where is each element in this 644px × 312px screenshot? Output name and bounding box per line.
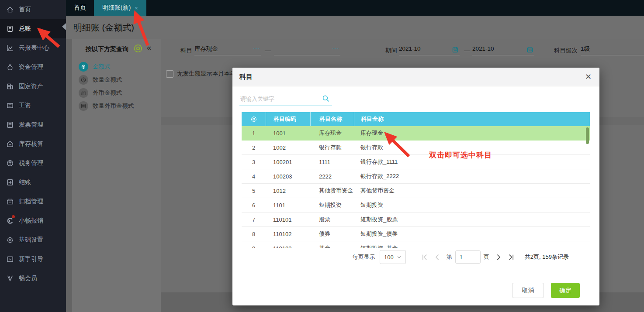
sidebar-item-member[interactable]: 畅会员	[0, 269, 66, 288]
period-filter-label: 期间	[385, 47, 397, 55]
sidebar-item-closing[interactable]: 结账	[0, 173, 66, 192]
库存现金[interactable]: 1 1001 库存现金 库存现金	[242, 126, 590, 141]
calendar-icon[interactable]	[452, 45, 459, 52]
债券[interactable]: 8 110102 债券 短期投资_债券	[242, 227, 590, 241]
app-window: 首页 总账 云报表中心 资金管理 固定资产	[0, 0, 644, 312]
close-icon[interactable]: ✕	[585, 68, 592, 86]
last-page-icon[interactable]	[508, 254, 515, 261]
其他货币资金[interactable]: 5 1012 其他货币资金 其他货币资金	[242, 184, 590, 198]
page-prefix: 第	[447, 253, 452, 261]
2222[interactable]: 4 100203 2222 银行存款_2222	[242, 169, 590, 184]
sidebar-item-home[interactable]: 首页	[0, 0, 66, 19]
sidebar-item-fixed-assets[interactable]: 固定资产	[0, 77, 66, 96]
table-header-row: 科目编码 科目名称 科目全称	[242, 112, 590, 126]
search-icon[interactable]	[322, 95, 329, 102]
query-scheme-panel: 按以下方案查询 « 金额式 数量金额式 外币金额式	[72, 39, 161, 312]
subject-range-dash: —	[265, 47, 271, 54]
scheme-amount[interactable]: 金额式	[72, 60, 161, 73]
column-header-name[interactable]: 科目名称	[311, 112, 354, 126]
column-header-fullname[interactable]: 科目全称	[354, 112, 590, 126]
tab-home[interactable]: 首页	[66, 0, 94, 16]
基金[interactable]: 9 110103 基金 短期投资_基金	[242, 241, 590, 248]
next-page-icon[interactable]	[495, 254, 502, 261]
home-icon	[6, 6, 14, 14]
fixed-assets-icon	[6, 82, 14, 90]
1111[interactable]: 3 100201 1111 银行存款_1111	[242, 155, 590, 169]
list-icon	[79, 101, 88, 111]
sidebar: 首页 总账 云报表中心 资金管理 固定资产	[0, 0, 66, 312]
search-input[interactable]	[239, 92, 320, 106]
sidebar-item-reimburse[interactable]: 小畅报销	[0, 211, 66, 230]
funds-icon	[6, 63, 14, 71]
股票[interactable]: 7 110101 股票 短期投资_股票	[242, 213, 590, 227]
tab-close-icon[interactable]: ×	[135, 5, 138, 11]
active-item-pointer	[62, 23, 66, 30]
chevron-down-icon	[397, 255, 402, 260]
sidebar-item-archive[interactable]: 归档管理	[0, 192, 66, 211]
sidebar-item-inventory[interactable]: 库存核算	[0, 134, 66, 154]
inventory-icon	[6, 140, 14, 148]
pagination: 每页显示 100 第 1 页 共2页, 159条记录	[353, 250, 569, 264]
clock-icon	[79, 75, 88, 85]
subject-picker-ellipsis-icon[interactable]: ···	[332, 43, 340, 55]
page-suffix: 页	[484, 253, 489, 261]
column-header-code[interactable]: 科目编码	[266, 112, 311, 126]
sidebar-item-funds[interactable]: 资金管理	[0, 58, 66, 77]
guide-icon	[6, 255, 14, 263]
invoice-icon	[6, 121, 14, 129]
sidebar-item-salary[interactable]: 工资	[0, 96, 66, 115]
subject-filter-label: 科目	[180, 47, 192, 55]
cloud-report-icon	[6, 44, 14, 52]
per-page-label: 每页显示	[353, 253, 375, 261]
dialog-header: 科目 ✕	[232, 68, 599, 86]
period-to-field[interactable]: 2021-10	[472, 43, 534, 55]
scheme-qty-currency-amount[interactable]: 数量外币金额式	[72, 99, 161, 113]
chart-icon	[79, 88, 88, 98]
短期投资[interactable]: 6 1101 短期投资 短期投资	[242, 198, 590, 213]
settings-icon	[6, 236, 14, 244]
tax-icon	[6, 159, 14, 167]
column-settings-gear-icon[interactable]	[242, 112, 266, 126]
subject-table: 科目编码 科目名称 科目全称 1 1001 库存现金 库存现金 2 1002 银…	[242, 112, 590, 248]
level-filter-label: 科目级次	[554, 47, 578, 55]
银行存款[interactable]: 2 1002 银行存款 银行存款	[242, 141, 590, 155]
tab-detail-ledger[interactable]: 明细账(新) ×	[94, 0, 146, 16]
sidebar-item-invoice[interactable]: 发票管理	[0, 115, 66, 134]
closing-icon	[6, 178, 14, 186]
archive-icon	[6, 198, 14, 206]
period-from-field[interactable]: 2021-10	[399, 43, 460, 55]
first-page-icon[interactable]	[421, 254, 428, 261]
title-bar: 明细账 (金额式)	[66, 16, 644, 39]
query-panel-title: 按以下方案查询	[86, 45, 128, 53]
per-page-select[interactable]: 100	[380, 250, 406, 264]
calendar-icon[interactable]	[526, 45, 533, 52]
sidebar-item-cloud-reports[interactable]: 云报表中心	[0, 38, 66, 58]
subject-to-field[interactable]: ···	[274, 43, 340, 55]
dialog-search	[239, 92, 332, 106]
prev-page-icon[interactable]	[433, 254, 441, 261]
sidebar-item-guide[interactable]: 新手引导	[0, 250, 66, 269]
scheme-currency-amount[interactable]: 外币金额式	[72, 86, 161, 99]
scheme-settings-gear-icon[interactable]	[133, 43, 143, 54]
collapse-panel-icon[interactable]: «	[147, 43, 152, 52]
subject-picker-ellipsis-icon[interactable]: ···	[253, 43, 261, 55]
cube-icon	[79, 62, 88, 72]
table-scrollbar-thumb[interactable]	[586, 127, 589, 144]
scheme-qty-amount[interactable]: 数量金额式	[72, 73, 161, 86]
page-number-input[interactable]: 1	[455, 250, 481, 264]
cancel-button[interactable]: 取消	[512, 283, 544, 298]
confirm-button[interactable]: 确定	[551, 283, 580, 298]
sidebar-item-general-ledger[interactable]: 总账	[0, 19, 66, 38]
subject-from-field[interactable]: 库存现金 ···	[194, 43, 261, 55]
ledger-icon	[6, 25, 14, 33]
pagination-summary: 共2页, 159条记录	[525, 253, 569, 261]
notification-dot	[12, 215, 15, 218]
member-icon	[6, 274, 14, 282]
tab-bar: 首页 明细账(新) ×	[66, 0, 644, 16]
level-field[interactable]: 1级	[581, 43, 644, 55]
sidebar-item-tax[interactable]: 税务管理	[0, 154, 66, 173]
no-activity-checkbox[interactable]	[166, 70, 173, 78]
sidebar-item-settings[interactable]: 基础设置	[0, 230, 66, 250]
dialog-title: 科目	[239, 68, 253, 86]
no-activity-checkbox-row: 无发生额显示本月本年累	[166, 70, 242, 78]
